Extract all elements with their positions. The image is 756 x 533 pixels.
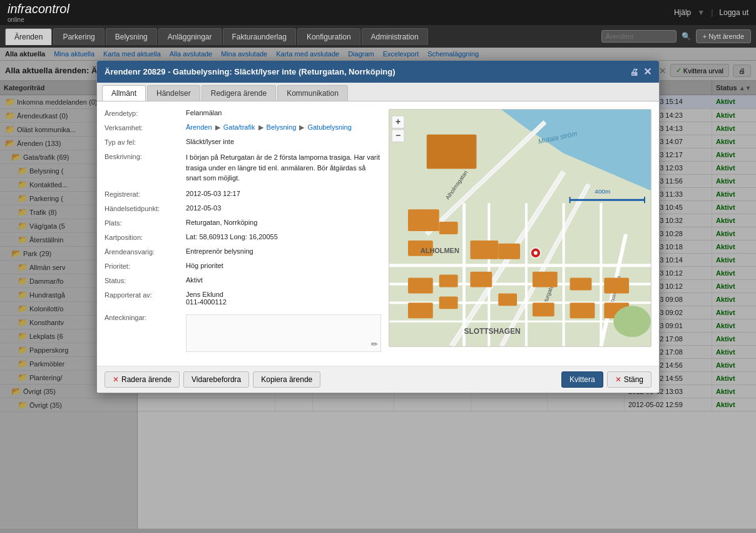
form-label-anteckningar: Anteckningar:: [105, 313, 186, 352]
svg-text:−: −: [396, 130, 401, 140]
form-value-arendeansvarig: Entreprenör belysning: [186, 247, 381, 256]
form-value-verksamhet: Ärenden ▶ Gata/trafik ▶ Belysning ▶ Gatu…: [186, 123, 381, 132]
form-row-beskrivning: Beskrivning: I början på Returgatan är d…: [105, 152, 381, 184]
main-nav: Ärenden Parkering Belysning Anläggningar…: [0, 25, 756, 48]
nav-tab-arenden[interactable]: Ärenden: [5, 28, 52, 45]
modal-map: Motala ström Motala ström: [389, 109, 651, 347]
form-value-plats: Returgatan, Norrköping: [186, 219, 381, 227]
svg-rect-32: [570, 278, 592, 291]
stang-button[interactable]: ✕ Stäng: [607, 371, 651, 388]
svg-rect-33: [604, 278, 629, 294]
breadcrumb-arrow: ▶: [258, 123, 265, 131]
svg-rect-36: [533, 303, 554, 316]
svg-rect-42: [427, 135, 477, 169]
svg-rect-38: [439, 275, 458, 287]
modal-header-actions: 🖨 ✕: [630, 66, 651, 78]
form-row-verksamhet: Verksamhet: Ärenden ▶ Gata/trafik ▶ Bely…: [105, 123, 381, 132]
form-value-rapporterat: Jens Eklund 011-4000112: [186, 291, 381, 306]
kopiera-arende-button[interactable]: Kopiera ärende: [253, 371, 320, 388]
modal-close-icon[interactable]: ✕: [643, 66, 651, 78]
verksamhet-link-belysning[interactable]: Belysning: [267, 123, 297, 131]
modal-tab-handelser[interactable]: Händelser: [147, 85, 200, 101]
svg-rect-30: [498, 244, 520, 259]
breadcrumb-arrow: ▶: [299, 123, 306, 131]
logo: infracontrol online: [8, 2, 69, 23]
svg-text:ALHOLMEN: ALHOLMEN: [421, 247, 459, 254]
svg-rect-25: [408, 209, 439, 231]
nav-tab-fakturaunderlag[interactable]: Fakturaunderlag: [223, 28, 296, 45]
svg-rect-41: [408, 303, 433, 318]
nav-tab-belysning[interactable]: Belysning: [106, 28, 157, 45]
svg-point-43: [613, 306, 651, 337]
topbar-divider: ▼: [697, 8, 705, 17]
nav-right: 🔍 + Nytt ärende: [601, 29, 751, 43]
svg-rect-40: [408, 278, 433, 294]
modal-header: Ärendenr 20829 - Gatubelysning: Släckt/l…: [97, 61, 659, 83]
form-value-kartposition: Lat: 58,60913 Long: 16,20055: [186, 233, 381, 241]
nav-tab-konfiguration[interactable]: Konfiguration: [297, 28, 360, 45]
form-label-prioritet: Prioritet:: [105, 262, 186, 270]
modal-title: Ärendenr 20829 - Gatubelysning: Släckt/l…: [105, 67, 396, 76]
topbar-sep: |: [711, 8, 713, 17]
nav-tab-anlaggningar[interactable]: Anläggningar: [158, 28, 222, 45]
modal-print-icon[interactable]: 🖨: [630, 67, 638, 77]
form-row-anteckningar: Anteckningar: ✏: [105, 313, 381, 352]
modal-content: Ärendetyp: Felanmälan Verksamhet: Ärende…: [97, 101, 659, 366]
form-label-handelsetidpunkt: Händelsetidpunkt:: [105, 204, 186, 212]
nav-tab-parkering[interactable]: Parkering: [53, 28, 104, 45]
form-row-arendetyp: Ärendetyp: Felanmälan: [105, 109, 381, 117]
notes-area: ✏: [186, 314, 381, 352]
form-value-prioritet: Hög prioritet: [186, 262, 381, 270]
modal-tab-redigera[interactable]: Redigera ärende: [202, 85, 276, 101]
rapporterat-phone: 011-4000112: [186, 298, 381, 306]
modal-footer-right: Kvittera ✕ Stäng: [561, 371, 651, 388]
svg-text:+: +: [396, 116, 401, 127]
form-row-typ-av-fel: Typ av fel: Släckt/lyser inte: [105, 138, 381, 146]
form-label-arendetyp: Ärendetyp:: [105, 109, 186, 117]
form-label-arendeansvarig: Ärendeansvarig:: [105, 247, 186, 256]
modal-tabs: Allmänt Händelser Redigera ärende Kommun…: [97, 83, 659, 101]
svg-point-55: [534, 251, 538, 255]
search-input[interactable]: [601, 30, 677, 43]
logout-link[interactable]: Logga ut: [719, 8, 748, 17]
help-link[interactable]: Hjälp: [674, 8, 691, 17]
form-value-typ-av-fel: Släckt/lyser inte: [186, 138, 381, 146]
svg-text:400m: 400m: [595, 188, 610, 195]
logo-sub: online: [8, 16, 69, 23]
kvittera-button[interactable]: Kvittera: [561, 371, 603, 388]
form-row-status: Status: Aktivt: [105, 276, 381, 284]
stang-x-icon: ✕: [615, 375, 621, 384]
rapporterat-name: Jens Eklund: [186, 291, 381, 298]
notes-edit-icon[interactable]: ✏: [371, 339, 378, 349]
form-value-registrerat: 2012-05-03 12:17: [186, 190, 381, 198]
form-value-beskrivning: I början på Returgatan är de 2 första la…: [186, 152, 381, 184]
nav-tab-administration[interactable]: Administration: [362, 28, 428, 45]
modal-overlay: Ärendenr 20829 - Gatubelysning: Släckt/l…: [0, 48, 756, 529]
form-label-status: Status:: [105, 276, 186, 284]
topbar-right: Hjälp ▼ | Logga ut: [674, 8, 748, 17]
svg-rect-35: [570, 303, 595, 318]
form-row-prioritet: Prioritet: Hög prioritet: [105, 262, 381, 270]
search-icon[interactable]: 🔍: [682, 32, 691, 41]
svg-rect-37: [498, 293, 517, 306]
form-row-plats: Plats: Returgatan, Norrköping: [105, 219, 381, 227]
verksamhet-link-arenden[interactable]: Ärenden: [186, 123, 212, 131]
verksamhet-link-gata[interactable]: Gata/trafik: [223, 123, 255, 131]
vidarebefordra-button[interactable]: Vidarebefordra: [183, 371, 249, 388]
svg-rect-39: [439, 296, 458, 309]
form-value-anteckningar: ✏: [186, 313, 381, 352]
modal-tab-kommunikation[interactable]: Kommunikation: [277, 85, 348, 101]
radera-arende-button[interactable]: ✕ Radera ärende: [105, 371, 180, 388]
new-arende-button[interactable]: + Nytt ärende: [696, 29, 751, 43]
breadcrumb-arrow: ▶: [215, 123, 222, 131]
form-label-plats: Plats:: [105, 219, 186, 227]
svg-rect-29: [470, 272, 492, 287]
form-row-registrerat: Registrerat: 2012-05-03 12:17: [105, 190, 381, 198]
verksamhet-link-gatubelysning[interactable]: Gatubelysning: [307, 123, 351, 131]
svg-text:SLOTTSHAGEN: SLOTTSHAGEN: [464, 327, 520, 336]
form-label-kartposition: Kartposition:: [105, 233, 186, 241]
modal-tab-allment[interactable]: Allmänt: [102, 85, 146, 101]
svg-rect-27: [439, 222, 458, 234]
modal-form: Ärendetyp: Felanmälan Verksamhet: Ärende…: [105, 109, 381, 358]
form-value-status: Aktivt: [186, 276, 381, 284]
